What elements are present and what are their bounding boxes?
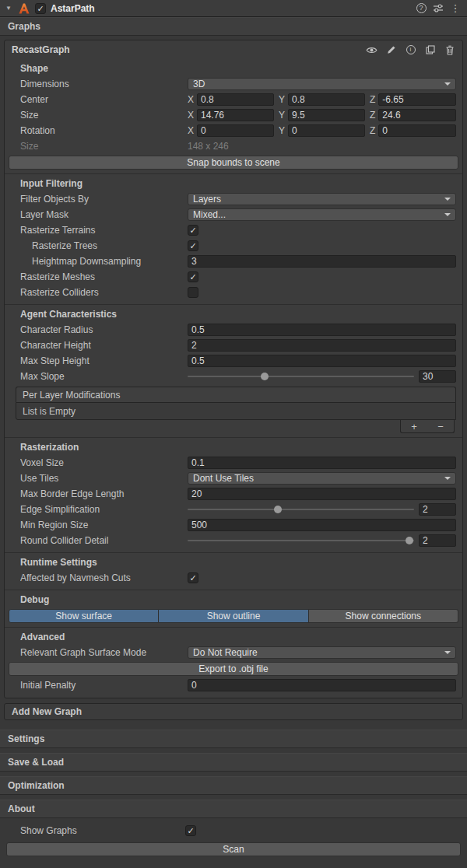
relevant-graph-surface-mode-label: Relevant Graph Surface Mode [20, 647, 188, 658]
y-axis-label: Y [279, 125, 285, 136]
per-layer-modifications-body: List is Empty [16, 402, 456, 420]
min-region-size-field[interactable]: 500 [188, 519, 456, 531]
relevant-graph-surface-mode-dropdown[interactable]: Do Not Require [188, 646, 456, 659]
center-y-field[interactable]: 0.8 [288, 93, 365, 106]
x-axis-label: X [188, 94, 194, 105]
size-z-field[interactable]: 24.6 [378, 109, 456, 121]
edge-simplification-field[interactable]: 2 [419, 503, 456, 516]
row-use-tiles: Use Tiles Dont Use Tiles [5, 471, 462, 486]
max-slope-field[interactable]: 30 [419, 370, 456, 383]
center-label: Center [20, 94, 188, 105]
center-x-field[interactable]: 0.8 [197, 93, 274, 106]
rasterize-meshes-label: Rasterize Meshes [20, 271, 188, 282]
use-tiles-dropdown[interactable]: Dont Use Tiles [188, 472, 456, 485]
affected-by-navmesh-cuts-checkbox[interactable]: ✓ [188, 572, 198, 583]
rasterization-heading: Rasterization [5, 439, 462, 455]
help-icon[interactable]: ? [415, 2, 427, 15]
rotation-z-field[interactable]: 0 [378, 124, 456, 137]
help-glyph: ? [416, 3, 427, 13]
slider-thumb[interactable] [261, 373, 269, 380]
recast-graph-panel: RecastGraph i [4, 40, 463, 698]
section-save-load-label: Save & Load [8, 757, 64, 768]
divider [5, 627, 462, 628]
filter-objects-by-dropdown[interactable]: Layers [188, 193, 456, 205]
size-label: Size [20, 110, 188, 121]
info-icon[interactable]: i [405, 44, 416, 55]
section-about[interactable]: About [0, 800, 467, 818]
row-character-radius: Character Radius 0.5 [5, 322, 462, 338]
initial-penalty-field[interactable]: 0 [188, 679, 456, 691]
foldout-arrow-icon[interactable]: ▼ [5, 5, 13, 12]
row-filter-objects-by: Filter Objects By Layers [5, 191, 462, 207]
visibility-eye-icon[interactable] [366, 44, 377, 55]
slider-thumb[interactable] [406, 537, 413, 544]
size-x-field[interactable]: 14.76 [197, 109, 274, 121]
initial-penalty-label: Initial Penalty [20, 680, 188, 691]
debug-toggle-group: Show surface Show outline Show connectio… [9, 609, 458, 623]
y-axis-label: Y [279, 94, 285, 105]
section-save-load[interactable]: Save & Load [0, 753, 467, 772]
list-empty-text: List is Empty [23, 406, 75, 417]
row-rotation: Rotation X0 Y0 Z0 [5, 123, 462, 138]
slider-thumb[interactable] [274, 506, 282, 513]
presets-icon[interactable] [432, 2, 444, 15]
rasterize-trees-checkbox[interactable]: ✓ [188, 240, 198, 251]
duplicate-icon[interactable] [424, 44, 436, 55]
section-graphs[interactable]: Graphs [0, 17, 467, 36]
row-affected-by-navmesh-cuts: Affected by Navmesh Cuts ✓ [5, 570, 462, 586]
character-height-field[interactable]: 2 [188, 339, 456, 352]
per-layer-modifications-header[interactable]: Per Layer Modifications [16, 387, 456, 402]
show-surface-toggle[interactable]: Show surface [9, 609, 159, 623]
voxel-size-field[interactable]: 0.1 [188, 457, 456, 469]
section-graphs-label: Graphs [8, 21, 40, 32]
snap-bounds-button[interactable]: Snap bounds to scene [9, 156, 458, 170]
edit-pencil-icon[interactable] [385, 44, 397, 55]
chevron-down-icon [444, 82, 451, 86]
dimensions-dropdown[interactable]: 3D [188, 78, 456, 90]
more-options-icon[interactable]: ⋮ [449, 2, 462, 15]
size-y-field[interactable]: 9.5 [288, 109, 365, 121]
info-glyph: i [406, 45, 416, 54]
row-show-graphs: Show Graphs ✓ [0, 823, 467, 838]
max-border-edge-length-field[interactable]: 20 [188, 488, 456, 500]
x-axis-label: X [188, 125, 194, 136]
add-new-graph-button[interactable]: Add New Graph [4, 703, 463, 720]
edge-simplification-slider[interactable] [188, 503, 414, 516]
per-layer-modifications-list: Per Layer Modifications List is Empty + … [16, 387, 456, 433]
divider [5, 437, 462, 438]
character-radius-field[interactable]: 0.5 [188, 324, 456, 336]
layer-mask-dropdown[interactable]: Mixed... [188, 208, 456, 221]
rotation-x-field[interactable]: 0 [197, 124, 274, 137]
show-connections-toggle[interactable]: Show connections [309, 609, 458, 623]
rasterize-colliders-checkbox[interactable] [188, 287, 198, 298]
center-z-field[interactable]: -6.65 [378, 93, 456, 106]
max-step-height-field[interactable]: 0.5 [188, 355, 456, 367]
section-optimization[interactable]: Optimization [0, 776, 467, 795]
scan-button[interactable]: Scan [6, 842, 461, 856]
list-add-button[interactable]: + [401, 420, 427, 432]
z-axis-label: Z [370, 110, 375, 121]
heightmap-downsampling-field[interactable]: 3 [188, 255, 456, 268]
rasterize-terrains-label: Rasterize Terrains [20, 225, 188, 236]
rasterize-trees-label: Rasterize Trees [20, 240, 188, 251]
show-graphs-checkbox[interactable]: ✓ [185, 825, 196, 836]
component-enabled-checkbox[interactable]: ✓ [35, 3, 46, 14]
max-slope-slider[interactable] [188, 370, 414, 383]
round-collider-detail-field[interactable]: 2 [419, 534, 456, 547]
rasterize-terrains-checkbox[interactable]: ✓ [188, 225, 198, 236]
dimensions-label: Dimensions [20, 79, 188, 89]
list-remove-button[interactable]: − [427, 420, 454, 432]
rotation-y-field[interactable]: 0 [288, 124, 365, 137]
slider-track [188, 509, 414, 510]
delete-trash-icon[interactable] [444, 44, 455, 55]
row-rasterize-terrains: Rasterize Terrains ✓ [5, 222, 462, 238]
min-region-size-label: Min Region Size [20, 520, 188, 530]
rasterize-meshes-checkbox[interactable]: ✓ [188, 271, 198, 282]
show-outline-toggle[interactable]: Show outline [159, 609, 308, 623]
row-max-slope: Max Slope 30 [5, 369, 462, 384]
section-settings[interactable]: Settings [0, 730, 467, 748]
round-collider-detail-slider[interactable] [188, 534, 414, 547]
export-obj-button[interactable]: Export to .obj file [9, 662, 458, 676]
row-layer-mask: Layer Mask Mixed... [5, 207, 462, 222]
heightmap-downsampling-label: Heightmap Downsampling [20, 256, 188, 267]
